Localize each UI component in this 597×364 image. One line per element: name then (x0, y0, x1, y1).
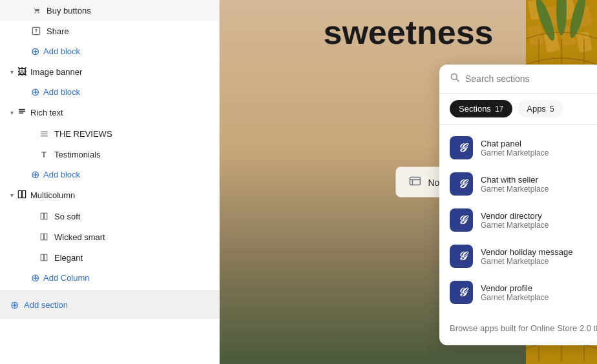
svg-rect-14 (41, 234, 43, 240)
chevron-icon: ▾ (10, 68, 14, 76)
svg-rect-30 (410, 177, 420, 185)
testimonials-label: Testimonials (54, 150, 101, 159)
section-app-1: Garnet Marketplace (481, 185, 549, 194)
svg-rect-12 (41, 213, 43, 219)
list-item[interactable]: 𝒢 Vendor directory Garnet Marketplace (439, 202, 597, 238)
svg-rect-8 (41, 133, 47, 134)
svg-rect-13 (45, 213, 47, 219)
svg-rect-17 (45, 254, 47, 261)
section-app-2: Garnet Marketplace (481, 221, 549, 230)
sidebar-section-image-banner[interactable]: ▾ 🖼 Image banner (0, 61, 219, 82)
svg-rect-6 (19, 112, 23, 113)
list-item[interactable]: 𝒢 Vendor profile Garnet Marketplace (439, 274, 597, 310)
wicked-smart-label: Wicked smart (54, 232, 105, 242)
multicolumn-label: Multicolumn (30, 190, 75, 200)
app-icon-garnet-4: 𝒢 (450, 245, 473, 268)
the-reviews-label: THE REVIEWS (54, 129, 112, 139)
svg-point-33 (451, 74, 457, 79)
svg-point-0 (35, 12, 36, 13)
sidebar-section-multicolumn[interactable]: ▾ Multicolumn (0, 185, 219, 206)
svg-line-34 (456, 79, 459, 81)
chevron-icon-3: ▾ (10, 192, 14, 199)
no-preview-icon (408, 175, 421, 190)
share-icon (31, 26, 41, 36)
svg-rect-9 (41, 136, 47, 136)
tab-sections-count: 17 (495, 105, 503, 114)
sidebar-item-so-soft[interactable]: So soft (0, 206, 219, 227)
search-panel: Sections 17 Apps 5 𝒢 Chat panel Garnet M… (439, 65, 597, 345)
sidebar-section-rich-text[interactable]: ▾ Rich text (0, 102, 219, 123)
sidebar-item-buy-buttons[interactable]: Buy buttons (0, 0, 219, 21)
tab-apps[interactable]: Apps 5 (518, 100, 563, 117)
tab-apps-label: Apps (527, 104, 546, 114)
image-banner-label: Image banner (30, 67, 82, 77)
preview-title: sweetness (323, 13, 493, 52)
add-column-button[interactable]: ⊕ Add Column (0, 268, 219, 288)
section-name-4: Vendor profile (481, 283, 549, 293)
sidebar-item-testimonials[interactable]: T Testimonials (0, 144, 219, 165)
col-icon-2 (39, 232, 49, 242)
plus-icon-2: ⊕ (31, 86, 39, 98)
svg-rect-10 (18, 190, 21, 197)
plus-icon-4: ⊕ (31, 272, 39, 284)
svg-rect-11 (23, 190, 26, 197)
section-name-1: Chat with seller (481, 175, 549, 185)
col-icon-1 (39, 211, 49, 221)
section-name-0: Chat panel (481, 139, 549, 148)
list-icon (39, 128, 49, 139)
text-t-icon: T (39, 149, 49, 159)
rich-text-label: Rich text (30, 108, 63, 117)
text-icon (17, 107, 26, 118)
sidebar-item-elegant[interactable]: Elegant (0, 247, 219, 268)
sidebar-item-wicked-smart[interactable]: Wicked smart (0, 227, 219, 247)
grid-icon (17, 190, 26, 201)
tab-apps-count: 5 (550, 105, 554, 114)
tab-row: Sections 17 Apps 5 (439, 94, 597, 125)
list-item[interactable]: 𝒢 Chat panel Garnet Marketplace (439, 130, 597, 166)
app-icon-garnet-1: 𝒢 (450, 136, 473, 159)
tab-sections-label: Sections (459, 104, 491, 114)
search-input[interactable] (465, 74, 597, 84)
add-column-label: Add Column (43, 273, 90, 283)
plus-icon: ⊕ (31, 45, 39, 57)
app-icon-garnet-3: 𝒢 (450, 208, 473, 232)
add-block-label-2: Add block (43, 87, 80, 97)
add-block-button-3[interactable]: ⊕ Add block (0, 165, 219, 185)
browse-apps-text: Browse apps built for Online Store 2.0 t… (439, 316, 597, 335)
section-list: 𝒢 Chat panel Garnet Marketplace 𝒢 Chat w… (439, 125, 597, 316)
section-name-2: Vendor directory (481, 211, 549, 221)
section-name-3: Vendor holiday message (481, 247, 572, 257)
tab-sections[interactable]: Sections 17 (450, 100, 512, 117)
add-block-button-1[interactable]: ⊕ Add block (0, 41, 219, 61)
buy-buttons-label: Buy buttons (47, 6, 91, 15)
svg-rect-4 (19, 109, 25, 110)
col-icon-3 (39, 252, 49, 263)
section-app-4: Garnet Marketplace (481, 293, 549, 302)
plus-circle-icon: ⊕ (10, 299, 19, 311)
share-label: Share (47, 26, 69, 36)
preview-area: sweetness (220, 0, 597, 364)
app-icon-garnet-5: 𝒢 (450, 281, 473, 304)
list-item[interactable]: 𝒢 Vendor holiday message Garnet Marketpl… (439, 238, 597, 274)
svg-rect-5 (19, 111, 25, 112)
chevron-icon-2: ▾ (10, 109, 14, 116)
elegant-label: Elegant (54, 253, 83, 263)
svg-rect-16 (41, 254, 43, 261)
svg-point-1 (37, 12, 39, 13)
image-icon: 🖼 (17, 66, 26, 77)
sidebar-item-share[interactable]: Share (0, 21, 219, 41)
shopping-cart-icon (31, 5, 41, 15)
section-app-3: Garnet Marketplace (481, 257, 572, 266)
svg-rect-7 (41, 131, 47, 132)
so-soft-label: So soft (54, 212, 80, 221)
sidebar-item-the-reviews[interactable]: THE REVIEWS (0, 123, 219, 144)
add-section-label: Add section (24, 300, 68, 310)
browse-apps-description: Browse apps built for Online Store 2.0 t… (450, 323, 597, 333)
plus-icon-3: ⊕ (31, 168, 39, 181)
app-icon-garnet-2: 𝒢 (450, 172, 473, 196)
svg-rect-15 (45, 234, 47, 240)
add-section-button[interactable]: ⊕ Add section (0, 290, 219, 319)
list-item[interactable]: 𝒢 Chat with seller Garnet Marketplace (439, 166, 597, 202)
add-block-label-3: Add block (43, 170, 80, 179)
add-block-button-2[interactable]: ⊕ Add block (0, 82, 219, 102)
